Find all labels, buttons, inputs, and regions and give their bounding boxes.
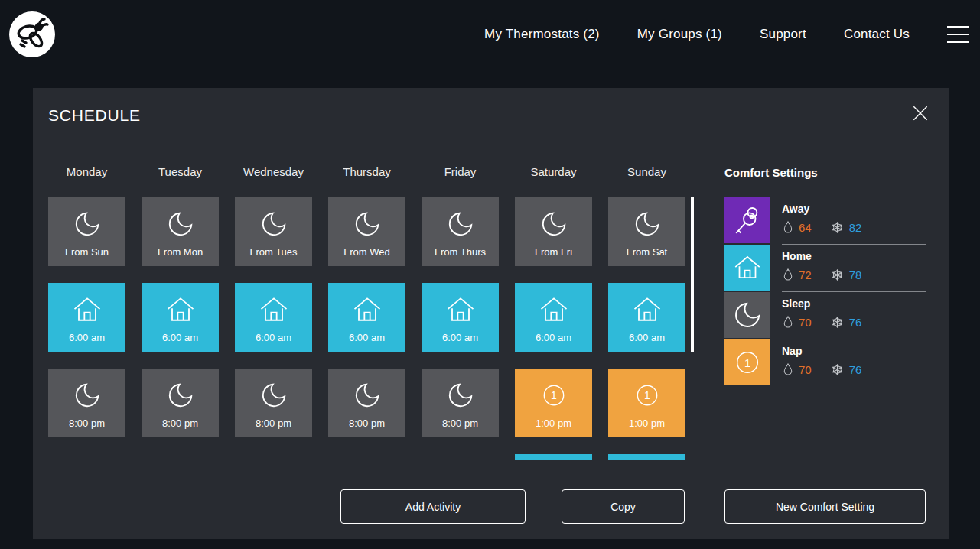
flame-icon — [782, 362, 794, 377]
day-column-saturday: From Fri6:00 am11:00 pm — [515, 197, 592, 460]
comfort-setting-sleep[interactable]: Sleep7076 — [724, 292, 926, 339]
comfort-settings-list: Away6482Home7278Sleep70761Nap7076 — [724, 197, 926, 387]
activity-card-home[interactable]: 6:00 am — [515, 283, 592, 352]
activity-time-label: From Fri — [535, 246, 572, 258]
activity-card-partial[interactable] — [608, 454, 685, 460]
activity-card-sleep[interactable]: 8:00 pm — [48, 369, 125, 437]
activity-card-nap[interactable]: 11:00 pm — [608, 369, 685, 437]
cool-setpoint: 78 — [849, 268, 862, 281]
bee-logo-icon[interactable] — [9, 11, 55, 57]
activity-time-label: 8:00 pm — [256, 417, 291, 429]
day-header-sunday: Sunday — [608, 165, 685, 178]
comfort-setting-name: Away — [782, 203, 926, 215]
activity-card-home[interactable]: 6:00 am — [142, 283, 219, 352]
activity-card-home[interactable]: 6:00 am — [328, 283, 405, 352]
day-header-monday: Monday — [48, 165, 125, 178]
activity-card-home[interactable]: 6:00 am — [235, 283, 312, 352]
flame-icon — [782, 220, 794, 235]
activity-time-label: 6:00 am — [69, 332, 105, 343]
moon-icon — [633, 206, 662, 242]
moon-icon — [446, 206, 475, 242]
activity-card-home[interactable]: 6:00 am — [608, 283, 685, 352]
close-icon[interactable] — [910, 103, 930, 123]
comfort-setting-details: Home7278 — [782, 245, 926, 292]
activity-time-label: 6:00 am — [349, 332, 385, 343]
activity-card-sleep[interactable]: From Sun — [48, 197, 125, 266]
moon-icon — [259, 206, 288, 242]
snowflake-icon — [830, 220, 845, 235]
nav-support[interactable]: Support — [760, 27, 806, 42]
day-header-wednesday: Wednesday — [235, 165, 312, 178]
flame-icon — [782, 268, 794, 282]
activity-card-sleep[interactable]: 8:00 pm — [235, 369, 312, 437]
activity-card-sleep[interactable]: From Fri — [515, 197, 592, 266]
snowflake-icon — [830, 315, 845, 330]
svg-text:1: 1 — [744, 357, 750, 369]
comfort-setting-name: Nap — [782, 345, 926, 357]
moon-icon — [166, 378, 195, 413]
one-icon: 1 — [538, 378, 570, 413]
comfort-setting-name: Home — [782, 250, 926, 262]
activity-time-label: 6:00 am — [442, 332, 478, 343]
nav-my-groups[interactable]: My Groups (1) — [637, 27, 722, 42]
activity-card-home[interactable]: 6:00 am — [422, 283, 499, 352]
home-icon — [350, 292, 384, 327]
day-column-wednesday: From Tues6:00 am8:00 pm — [235, 197, 312, 460]
activity-card-sleep[interactable]: 8:00 pm — [328, 369, 405, 437]
home-icon — [70, 292, 104, 327]
top-nav: My Thermostats (2) My Groups (1) Support… — [0, 0, 980, 69]
key-icon — [724, 197, 770, 243]
comfort-setting-away[interactable]: Away6482 — [724, 197, 926, 245]
day-column-monday: From Sun6:00 am8:00 pm — [48, 197, 125, 460]
schedule-scrollbar[interactable] — [691, 197, 694, 352]
day-headers-row: MondayTuesdayWednesdayThursdayFridaySatu… — [48, 165, 685, 178]
comfort-setting-details: Away6482 — [782, 197, 926, 245]
activity-time-label: From Wed — [343, 246, 389, 258]
home-icon — [444, 292, 477, 327]
comfort-setting-home[interactable]: Home7278 — [724, 245, 926, 292]
activity-card-sleep[interactable]: From Wed — [328, 197, 405, 266]
activity-card-sleep[interactable]: From Thurs — [422, 197, 499, 266]
svg-text:1: 1 — [644, 389, 650, 401]
activity-time-label: 1:00 pm — [536, 417, 571, 429]
home-icon — [724, 245, 770, 291]
activity-time-label: From Tues — [249, 246, 297, 258]
add-activity-button[interactable]: Add Activity — [340, 489, 526, 524]
nav-my-thermostats[interactable]: My Thermostats (2) — [484, 27, 600, 42]
copy-button[interactable]: Copy — [562, 489, 685, 524]
nav-links: My Thermostats (2) My Groups (1) Support… — [484, 0, 969, 69]
cool-setpoint: 82 — [849, 221, 862, 234]
menu-icon[interactable] — [947, 26, 969, 43]
activity-card-partial[interactable] — [515, 454, 592, 460]
moon-icon — [353, 206, 382, 242]
new-comfort-setting-button[interactable]: New Comfort Setting — [724, 489, 926, 524]
activity-card-home[interactable]: 6:00 am — [48, 283, 125, 352]
day-column-friday: From Thurs6:00 am8:00 pm — [422, 197, 499, 460]
activity-card-sleep[interactable]: From Tues — [235, 197, 312, 266]
activity-time-label: 8:00 pm — [162, 417, 198, 429]
snowflake-icon — [830, 268, 845, 282]
activity-card-sleep[interactable]: 8:00 pm — [422, 369, 499, 437]
comfort-setting-details: Nap7076 — [782, 339, 926, 387]
schedule-panel: SCHEDULE MondayTuesdayWednesdayThursdayF… — [33, 88, 949, 539]
comfort-setting-details: Sleep7076 — [782, 292, 926, 339]
heat-setpoint: 70 — [799, 363, 812, 376]
activity-card-nap[interactable]: 11:00 pm — [515, 369, 592, 437]
heat-setpoint: 70 — [799, 316, 812, 329]
moon-icon — [353, 378, 382, 413]
activity-card-sleep[interactable]: From Mon — [142, 197, 219, 266]
activity-time-label: From Thurs — [435, 246, 486, 258]
day-header-friday: Friday — [422, 165, 499, 178]
day-header-tuesday: Tuesday — [142, 165, 219, 178]
one-icon: 1 — [631, 378, 663, 413]
activity-card-sleep[interactable]: 8:00 pm — [142, 369, 219, 437]
nav-contact-us[interactable]: Contact Us — [844, 27, 910, 42]
home-icon — [630, 292, 664, 327]
comfort-setting-nap[interactable]: 1Nap7076 — [724, 339, 926, 387]
snowflake-icon — [830, 362, 845, 377]
moon-icon — [259, 378, 288, 413]
comfort-setting-temps: 7076 — [782, 315, 926, 330]
activity-card-sleep[interactable]: From Sat — [608, 197, 685, 266]
activity-time-label: 8:00 pm — [349, 417, 385, 429]
activity-time-label: From Mon — [158, 246, 203, 258]
